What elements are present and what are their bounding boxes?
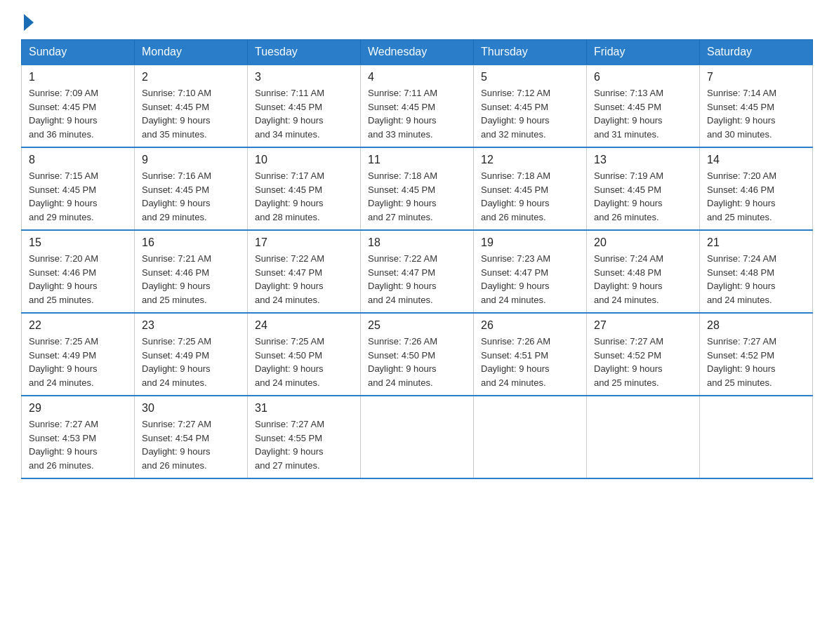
- calendar-day-cell: 18 Sunrise: 7:22 AM Sunset: 4:47 PM Dayl…: [361, 230, 474, 313]
- day-info: Sunrise: 7:24 AM Sunset: 4:48 PM Dayligh…: [594, 252, 692, 307]
- logo-arrow-icon: [24, 14, 34, 31]
- day-number: 27: [594, 319, 692, 332]
- calendar-day-cell: [700, 396, 813, 478]
- day-number: 8: [29, 154, 127, 166]
- day-info: Sunrise: 7:17 AM Sunset: 4:45 PM Dayligh…: [255, 169, 353, 224]
- day-info: Sunrise: 7:12 AM Sunset: 4:45 PM Dayligh…: [481, 86, 579, 141]
- day-of-week-header: Monday: [135, 40, 248, 65]
- calendar-week-row: 22 Sunrise: 7:25 AM Sunset: 4:49 PM Dayl…: [22, 313, 813, 396]
- day-number: 20: [594, 236, 692, 249]
- day-number: 25: [368, 319, 466, 332]
- day-info: Sunrise: 7:27 AM Sunset: 4:53 PM Dayligh…: [29, 417, 127, 472]
- logo: [21, 14, 34, 31]
- day-info: Sunrise: 7:27 AM Sunset: 4:52 PM Dayligh…: [594, 335, 692, 389]
- day-info: Sunrise: 7:27 AM Sunset: 4:52 PM Dayligh…: [707, 335, 805, 389]
- day-info: Sunrise: 7:26 AM Sunset: 4:51 PM Dayligh…: [481, 335, 579, 389]
- day-info: Sunrise: 7:11 AM Sunset: 4:45 PM Dayligh…: [368, 86, 466, 141]
- day-of-week-header: Wednesday: [361, 40, 474, 65]
- day-number: 28: [707, 319, 805, 332]
- day-number: 5: [481, 71, 579, 83]
- day-info: Sunrise: 7:22 AM Sunset: 4:47 PM Dayligh…: [255, 252, 353, 307]
- day-info: Sunrise: 7:09 AM Sunset: 4:45 PM Dayligh…: [29, 86, 127, 141]
- calendar-day-cell: 11 Sunrise: 7:18 AM Sunset: 4:45 PM Dayl…: [361, 147, 474, 230]
- calendar-day-cell: 7 Sunrise: 7:14 AM Sunset: 4:45 PM Dayli…: [700, 65, 813, 147]
- calendar-day-cell: 31 Sunrise: 7:27 AM Sunset: 4:55 PM Dayl…: [248, 396, 361, 478]
- day-number: 7: [707, 71, 805, 83]
- calendar-day-cell: 9 Sunrise: 7:16 AM Sunset: 4:45 PM Dayli…: [135, 147, 248, 230]
- calendar-day-cell: 14 Sunrise: 7:20 AM Sunset: 4:46 PM Dayl…: [700, 147, 813, 230]
- day-info: Sunrise: 7:26 AM Sunset: 4:50 PM Dayligh…: [368, 335, 466, 389]
- day-info: Sunrise: 7:25 AM Sunset: 4:50 PM Dayligh…: [255, 335, 353, 389]
- day-number: 22: [29, 319, 127, 332]
- day-number: 29: [29, 402, 127, 415]
- calendar-day-cell: 6 Sunrise: 7:13 AM Sunset: 4:45 PM Dayli…: [587, 65, 700, 147]
- calendar-day-cell: 10 Sunrise: 7:17 AM Sunset: 4:45 PM Dayl…: [248, 147, 361, 230]
- day-number: 30: [142, 402, 240, 415]
- day-number: 13: [594, 154, 692, 166]
- day-number: 4: [368, 71, 466, 83]
- day-info: Sunrise: 7:20 AM Sunset: 4:46 PM Dayligh…: [29, 252, 127, 307]
- calendar-day-cell: [361, 396, 474, 478]
- day-number: 11: [368, 154, 466, 166]
- calendar-week-row: 29 Sunrise: 7:27 AM Sunset: 4:53 PM Dayl…: [22, 396, 813, 478]
- day-number: 1: [29, 71, 127, 83]
- day-info: Sunrise: 7:21 AM Sunset: 4:46 PM Dayligh…: [142, 252, 240, 307]
- calendar-day-cell: 4 Sunrise: 7:11 AM Sunset: 4:45 PM Dayli…: [361, 65, 474, 147]
- day-info: Sunrise: 7:22 AM Sunset: 4:47 PM Dayligh…: [368, 252, 466, 307]
- day-number: 12: [481, 154, 579, 166]
- calendar-day-cell: 5 Sunrise: 7:12 AM Sunset: 4:45 PM Dayli…: [474, 65, 587, 147]
- calendar-day-cell: 12 Sunrise: 7:18 AM Sunset: 4:45 PM Dayl…: [474, 147, 587, 230]
- calendar-week-row: 8 Sunrise: 7:15 AM Sunset: 4:45 PM Dayli…: [22, 147, 813, 230]
- calendar-day-cell: [474, 396, 587, 478]
- calendar-day-cell: 19 Sunrise: 7:23 AM Sunset: 4:47 PM Dayl…: [474, 230, 587, 313]
- day-number: 19: [481, 236, 579, 249]
- calendar-day-cell: 24 Sunrise: 7:25 AM Sunset: 4:50 PM Dayl…: [248, 313, 361, 396]
- calendar-day-cell: 15 Sunrise: 7:20 AM Sunset: 4:46 PM Dayl…: [22, 230, 135, 313]
- calendar-day-cell: 1 Sunrise: 7:09 AM Sunset: 4:45 PM Dayli…: [22, 65, 135, 147]
- calendar-week-row: 15 Sunrise: 7:20 AM Sunset: 4:46 PM Dayl…: [22, 230, 813, 313]
- day-of-week-header: Thursday: [474, 40, 587, 65]
- calendar-day-cell: [587, 396, 700, 478]
- day-info: Sunrise: 7:23 AM Sunset: 4:47 PM Dayligh…: [481, 252, 579, 307]
- calendar-day-cell: 2 Sunrise: 7:10 AM Sunset: 4:45 PM Dayli…: [135, 65, 248, 147]
- day-of-week-header: Tuesday: [248, 40, 361, 65]
- day-number: 10: [255, 154, 353, 166]
- day-number: 26: [481, 319, 579, 332]
- day-number: 24: [255, 319, 353, 332]
- day-info: Sunrise: 7:11 AM Sunset: 4:45 PM Dayligh…: [255, 86, 353, 141]
- day-number: 9: [142, 154, 240, 166]
- calendar-day-cell: 17 Sunrise: 7:22 AM Sunset: 4:47 PM Dayl…: [248, 230, 361, 313]
- calendar-day-cell: 3 Sunrise: 7:11 AM Sunset: 4:45 PM Dayli…: [248, 65, 361, 147]
- calendar-day-cell: 8 Sunrise: 7:15 AM Sunset: 4:45 PM Dayli…: [22, 147, 135, 230]
- calendar-day-cell: 28 Sunrise: 7:27 AM Sunset: 4:52 PM Dayl…: [700, 313, 813, 396]
- calendar-header-row: SundayMondayTuesdayWednesdayThursdayFrid…: [22, 40, 813, 65]
- calendar-day-cell: 20 Sunrise: 7:24 AM Sunset: 4:48 PM Dayl…: [587, 230, 700, 313]
- calendar-day-cell: 25 Sunrise: 7:26 AM Sunset: 4:50 PM Dayl…: [361, 313, 474, 396]
- calendar-day-cell: 21 Sunrise: 7:24 AM Sunset: 4:48 PM Dayl…: [700, 230, 813, 313]
- day-info: Sunrise: 7:13 AM Sunset: 4:45 PM Dayligh…: [594, 86, 692, 141]
- day-info: Sunrise: 7:10 AM Sunset: 4:45 PM Dayligh…: [142, 86, 240, 141]
- day-of-week-header: Friday: [587, 40, 700, 65]
- calendar-day-cell: 13 Sunrise: 7:19 AM Sunset: 4:45 PM Dayl…: [587, 147, 700, 230]
- day-number: 14: [707, 154, 805, 166]
- calendar-day-cell: 23 Sunrise: 7:25 AM Sunset: 4:49 PM Dayl…: [135, 313, 248, 396]
- day-of-week-header: Saturday: [700, 40, 813, 65]
- day-info: Sunrise: 7:25 AM Sunset: 4:49 PM Dayligh…: [142, 335, 240, 389]
- calendar-table: SundayMondayTuesdayWednesdayThursdayFrid…: [21, 39, 813, 479]
- page-header: [21, 14, 813, 31]
- day-number: 18: [368, 236, 466, 249]
- calendar-day-cell: 27 Sunrise: 7:27 AM Sunset: 4:52 PM Dayl…: [587, 313, 700, 396]
- day-number: 16: [142, 236, 240, 249]
- day-number: 15: [29, 236, 127, 249]
- day-number: 23: [142, 319, 240, 332]
- day-info: Sunrise: 7:15 AM Sunset: 4:45 PM Dayligh…: [29, 169, 127, 224]
- day-info: Sunrise: 7:19 AM Sunset: 4:45 PM Dayligh…: [594, 169, 692, 224]
- day-info: Sunrise: 7:20 AM Sunset: 4:46 PM Dayligh…: [707, 169, 805, 224]
- day-info: Sunrise: 7:18 AM Sunset: 4:45 PM Dayligh…: [368, 169, 466, 224]
- day-info: Sunrise: 7:16 AM Sunset: 4:45 PM Dayligh…: [142, 169, 240, 224]
- day-info: Sunrise: 7:18 AM Sunset: 4:45 PM Dayligh…: [481, 169, 579, 224]
- day-number: 31: [255, 402, 353, 415]
- day-of-week-header: Sunday: [22, 40, 135, 65]
- day-number: 2: [142, 71, 240, 83]
- day-number: 6: [594, 71, 692, 83]
